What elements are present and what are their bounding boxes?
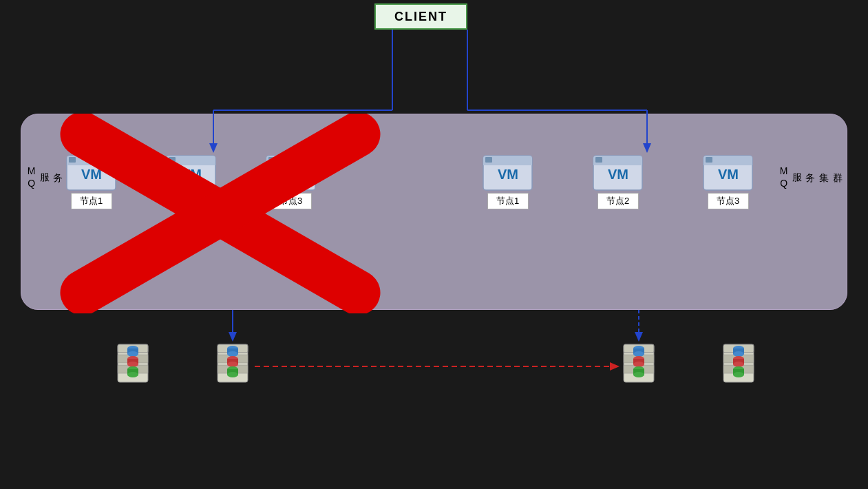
mq-label-right: MQ服务集群 <box>776 165 844 190</box>
db-server-4 <box>718 341 759 389</box>
svg-point-78 <box>733 362 744 367</box>
left-node-2-label: 节点2 <box>171 193 212 209</box>
svg-point-55 <box>227 372 238 377</box>
svg-point-65 <box>633 362 644 367</box>
left-node-3: VM 节点3 <box>265 150 317 209</box>
svg-rect-19 <box>485 157 492 163</box>
vm-icon-right-3: VM <box>702 150 754 191</box>
vm-icon-left-3: VM <box>265 150 317 191</box>
right-node-3: VM 节点3 <box>702 150 754 209</box>
right-node-1: VM 节点1 <box>482 150 533 209</box>
left-node-3-label: 节点3 <box>271 193 312 209</box>
right-node-2-label: 节点2 <box>597 193 639 209</box>
client-box: CLIENT <box>374 3 467 30</box>
right-node-1-label: 节点1 <box>487 193 529 209</box>
svg-point-52 <box>227 362 238 367</box>
right-node-2: VM 节点2 <box>592 150 644 209</box>
svg-rect-29 <box>706 157 712 163</box>
left-node-2: VM 节点2 <box>165 150 217 209</box>
db-icon-4 <box>718 341 759 389</box>
svg-text:VM: VM <box>718 167 739 182</box>
db-icon-1 <box>112 341 154 389</box>
svg-marker-95 <box>635 332 643 342</box>
svg-rect-24 <box>595 157 602 163</box>
cluster-container <box>21 114 847 310</box>
vm-icon-right-2: VM <box>592 150 644 191</box>
left-node-1: VM 节点1 <box>65 150 117 209</box>
svg-point-36 <box>127 351 138 357</box>
svg-point-49 <box>227 351 238 357</box>
svg-point-68 <box>633 372 644 377</box>
db-server-1 <box>112 341 154 389</box>
svg-point-62 <box>633 351 644 357</box>
svg-rect-4 <box>69 157 76 163</box>
svg-text:VM: VM <box>608 167 628 182</box>
vm-icon-right-1: VM <box>482 150 533 191</box>
db-icon-3 <box>618 341 659 389</box>
db-icon-2 <box>212 341 253 389</box>
svg-point-75 <box>733 351 744 357</box>
svg-point-42 <box>127 372 138 377</box>
svg-text:VM: VM <box>281 167 301 182</box>
vm-icon-left-1: VM <box>65 150 117 191</box>
vm-icon-left-2: VM <box>165 150 217 191</box>
svg-marker-93 <box>229 332 237 342</box>
svg-text:VM: VM <box>181 167 202 182</box>
svg-point-81 <box>733 372 744 377</box>
db-server-2 <box>212 341 253 389</box>
svg-text:VM: VM <box>81 167 102 182</box>
left-node-1-label: 节点1 <box>71 193 112 209</box>
svg-text:VM: VM <box>498 167 518 182</box>
svg-point-39 <box>127 362 138 367</box>
client-label: CLIENT <box>394 10 447 24</box>
svg-rect-9 <box>169 157 176 163</box>
db-server-3 <box>618 341 659 389</box>
svg-rect-14 <box>268 157 275 163</box>
right-node-3-label: 节点3 <box>708 193 749 209</box>
